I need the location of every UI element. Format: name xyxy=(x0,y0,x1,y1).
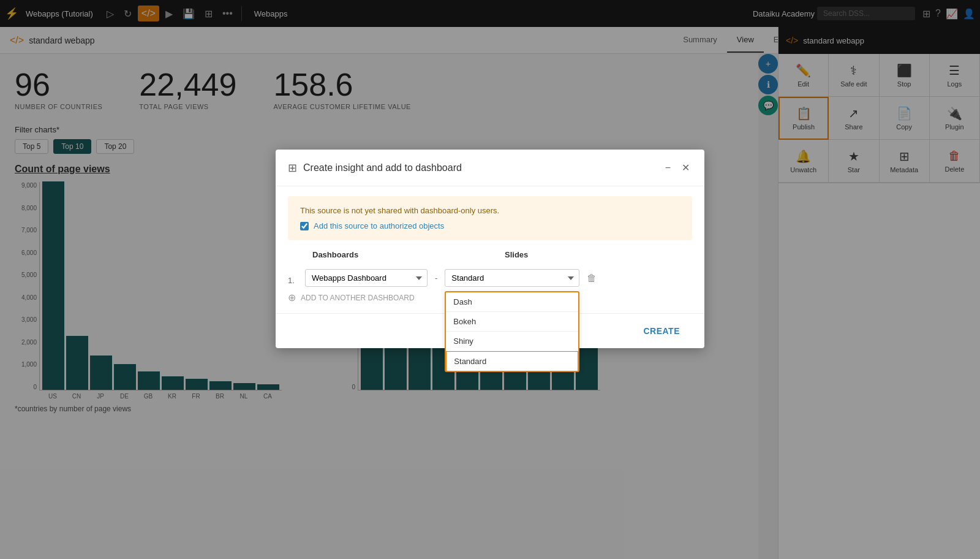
modal-title: Create insight and add to dashboard xyxy=(303,162,657,173)
minimize-button[interactable]: − xyxy=(663,160,673,176)
create-button[interactable]: CREATE xyxy=(631,321,692,341)
plus-icon: ⊕ xyxy=(288,292,296,303)
slide-option-bokeh[interactable]: Bokeh xyxy=(446,312,578,332)
slide-option-standard[interactable]: Standard xyxy=(446,351,578,371)
auth-checkbox[interactable] xyxy=(300,222,309,230)
slides-select[interactable]: Standard xyxy=(445,269,579,287)
slide-option-shiny[interactable]: Shiny xyxy=(446,332,578,351)
add-dashboard-label: ADD TO ANOTHER DASHBOARD xyxy=(301,294,415,302)
modal: ⊞ Create insight and add to dashboard − … xyxy=(276,150,704,348)
modal-overlay: ⊞ Create insight and add to dashboard − … xyxy=(0,0,980,559)
divider-header xyxy=(481,250,488,264)
close-button[interactable]: ✕ xyxy=(679,159,692,176)
slides-dropdown-menu[interactable]: Dash Bokeh Shiny Standard xyxy=(445,291,579,372)
dash-divider: - xyxy=(432,273,440,283)
dashboard-row-1: 1. Webapps Dashboard - Standard Dash Bok… xyxy=(288,269,692,287)
checkbox-row: Add this source to authorized objects xyxy=(300,221,680,230)
dashboard-select[interactable]: Webapps Dashboard xyxy=(305,269,428,287)
dashboards-label: Dashboards xyxy=(312,250,469,259)
warning-text: This source is not yet shared with dashb… xyxy=(300,206,680,215)
modal-header: ⊞ Create insight and add to dashboard − … xyxy=(276,150,704,186)
row-number-1: 1. xyxy=(288,271,300,285)
slides-dropdown-container: Standard Dash Bokeh Shiny Standard xyxy=(445,269,579,287)
delete-row-button[interactable]: 🗑 xyxy=(584,270,599,286)
modal-icon: ⊞ xyxy=(288,161,297,175)
checkbox-label[interactable]: Add this source to authorized objects xyxy=(314,221,444,230)
modal-warning: This source is not yet shared with dashb… xyxy=(288,196,692,240)
spacer-header xyxy=(288,250,300,264)
modal-body: Dashboards Slides 1. Webapps Dashboard -… xyxy=(276,250,704,313)
modal-columns-header: Dashboards Slides xyxy=(288,250,692,269)
slides-label: Slides xyxy=(505,250,662,259)
slide-option-dash[interactable]: Dash xyxy=(446,292,578,312)
delete-header xyxy=(674,250,692,264)
